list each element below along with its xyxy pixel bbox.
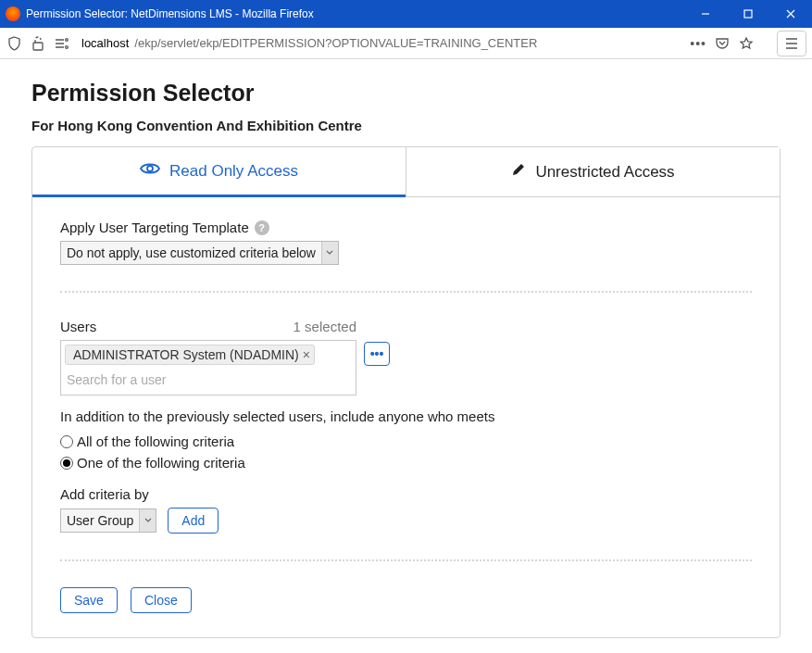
separator: [60, 559, 752, 561]
criteria-intro: In addition to the previously selected u…: [60, 408, 752, 424]
radio-all-label: All of the following criteria: [77, 432, 234, 453]
user-search-input[interactable]: [65, 369, 352, 391]
criteria-select-value: User Group: [67, 513, 133, 528]
window-title: Permission Selector: NetDimensions LMS -…: [26, 7, 684, 20]
window-minimize-button[interactable]: [684, 0, 727, 28]
url-display[interactable]: localhost/ekp/servlet/ekp/EDITPERMISSION…: [78, 36, 682, 50]
template-select[interactable]: Do not apply, use customized criteria be…: [60, 241, 339, 265]
tabs: Read Only Access Unrestricted Access: [32, 147, 780, 197]
lock-open-icon[interactable]: [30, 35, 46, 52]
permissions-icon[interactable]: [54, 35, 70, 52]
template-field-label: Apply User Targeting Template ?: [60, 220, 752, 235]
users-label: Users: [60, 319, 96, 334]
window-maximize-button[interactable]: [727, 0, 769, 28]
criteria-type-select[interactable]: User Group: [60, 509, 156, 533]
pencil-icon: [511, 162, 526, 182]
close-button[interactable]: Close: [131, 587, 192, 613]
svg-point-4: [147, 166, 153, 171]
pocket-icon[interactable]: [714, 35, 731, 52]
save-button[interactable]: Save: [60, 587, 118, 613]
window-titlebar: Permission Selector: NetDimensions LMS -…: [0, 0, 812, 28]
permission-panel: Read Only Access Unrestricted Access App…: [31, 146, 781, 638]
separator: [60, 291, 752, 293]
chip-remove-icon[interactable]: ×: [303, 347, 310, 362]
overflow-indicator[interactable]: •••: [690, 36, 706, 51]
users-multiselect[interactable]: ADMINISTRATOR System (NDADMIN) ×: [60, 340, 356, 396]
bookmark-star-icon[interactable]: [738, 35, 755, 52]
url-path: /ekp/servlet/ekp/EDITPERMISSION?OPTIONVA…: [134, 36, 537, 50]
chevron-down-icon: [321, 242, 338, 264]
svg-rect-0: [744, 10, 752, 18]
ellipsis-icon: •••: [370, 346, 384, 361]
address-bar: localhost/ekp/servlet/ekp/EDITPERMISSION…: [0, 28, 812, 59]
radio-one-label: One of the following criteria: [77, 453, 245, 474]
template-label-text: Apply User Targeting Template: [60, 220, 249, 235]
window-close-button[interactable]: [769, 0, 812, 28]
page-title: Permission Selector: [31, 80, 781, 107]
page-subheading: For Hong Kong Convention And Exhibition …: [31, 118, 781, 133]
hamburger-menu-button[interactable]: [777, 31, 806, 57]
tab-label: Unrestricted Access: [535, 163, 674, 182]
tab-unrestricted-access[interactable]: Unrestricted Access: [406, 147, 780, 197]
radio-one-criteria[interactable]: [60, 457, 73, 470]
svg-point-2: [66, 38, 69, 41]
shield-icon[interactable]: [6, 35, 22, 52]
chevron-down-icon: [139, 509, 156, 532]
firefox-icon: [6, 6, 20, 21]
url-host: localhost: [81, 36, 129, 50]
user-chip: ADMINISTRATOR System (NDADMIN) ×: [65, 345, 315, 365]
svg-point-3: [66, 45, 69, 48]
svg-rect-1: [33, 43, 43, 50]
eye-icon: [140, 161, 160, 181]
users-selected-count: 1 selected: [294, 319, 356, 334]
help-icon[interactable]: ?: [255, 220, 269, 235]
user-picker-button[interactable]: •••: [364, 342, 390, 366]
tab-label: Read Only Access: [169, 162, 298, 181]
tab-read-only-access[interactable]: Read Only Access: [32, 147, 406, 197]
add-criteria-label: Add criteria by: [60, 486, 752, 502]
add-criteria-button[interactable]: Add: [168, 508, 219, 534]
user-chip-label: ADMINISTRATOR System (NDADMIN): [73, 347, 299, 362]
template-select-value: Do not apply, use customized criteria be…: [67, 245, 316, 260]
radio-all-criteria[interactable]: [60, 435, 73, 448]
